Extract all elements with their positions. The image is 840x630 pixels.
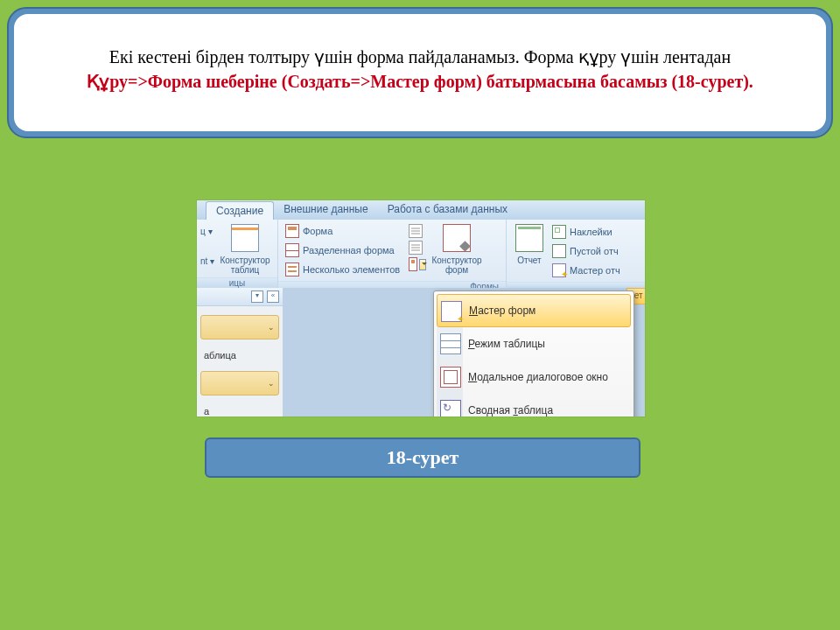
tab-create[interactable]: Создание: [206, 201, 274, 220]
form-icon: [285, 224, 299, 238]
partial-button-2[interactable]: nt ▾: [200, 256, 220, 268]
ribbon-tabs: Создание Внешние данные Работа с базами …: [197, 200, 645, 220]
split-form-button[interactable]: Разделенная форма: [282, 242, 409, 259]
menu-item-modal-dialog[interactable]: Модальное диалоговое окно: [437, 360, 631, 394]
pivot-table-icon: [440, 400, 461, 416]
nav-category-header[interactable]: ⌄: [200, 315, 279, 340]
nav-item-table1[interactable]: аблица: [200, 345, 279, 366]
group-reports-label: [507, 282, 645, 288]
multi-items-icon: [285, 262, 299, 276]
figure-caption: 18-сурет: [205, 438, 640, 478]
instruction-panel: Екі кестені бірден толтыру үшін форма па…: [7, 7, 833, 138]
group-tables-label: ицы: [197, 277, 277, 288]
report-icon: [515, 224, 543, 252]
more-forms-menu: Мастер форм Режим таблицы Модальное диал…: [433, 290, 634, 416]
form-designer-button[interactable]: Конструктор форм: [426, 222, 487, 275]
report-wizard-icon: [552, 263, 566, 277]
report-button[interactable]: Отчет: [510, 222, 549, 265]
form-button[interactable]: Форма: [282, 222, 409, 240]
nav-item-table2[interactable]: а: [200, 401, 279, 416]
form-designer-icon: [443, 224, 471, 252]
more-forms-icon[interactable]: [409, 257, 417, 271]
multiple-items-button[interactable]: Несколько элементов: [282, 261, 409, 278]
blank-report-button[interactable]: Пустой отч: [549, 242, 624, 260]
blank-form-icon[interactable]: [409, 241, 423, 255]
instruction-text: Екі кестені бірден толтыру үшін форма па…: [14, 14, 826, 131]
modal-dialog-icon: [440, 367, 461, 388]
group-forms: Форма Разделенная форма Несколько элемен…: [278, 220, 507, 288]
tab-database-tools[interactable]: Работа с базами данных: [378, 200, 517, 220]
group-reports: Отчет Наклейки Пустой отч Мастер отч: [507, 220, 645, 288]
nav-collapse-icon[interactable]: «: [267, 290, 279, 303]
more-forms-dropdown-icon[interactable]: [419, 259, 426, 270]
labels-button[interactable]: Наклейки: [549, 223, 624, 241]
nav-category-header-2[interactable]: ⌄: [200, 371, 279, 396]
menu-item-form-wizard[interactable]: Мастер форм: [437, 294, 631, 327]
ribbon-body: ц ▾ nt ▾ Конструктор таблиц ицы Форма: [197, 220, 645, 289]
menu-item-datasheet[interactable]: Режим таблицы: [437, 327, 631, 360]
instruction-line2: Құру=>Форма шеберіне (Создать=>Мастер фо…: [87, 72, 753, 91]
nav-dropdown-icon[interactable]: ▾: [251, 290, 263, 303]
instruction-line1: Екі кестені бірден толтыру үшін форма па…: [109, 47, 731, 66]
blank-report-icon: [552, 244, 566, 258]
datasheet-icon: [440, 333, 461, 354]
table-icon: [231, 224, 259, 252]
navigation-pane: ▾ « ⌄ аблица ⌄ а: [197, 288, 284, 416]
menu-item-pivot-table[interactable]: Сводная таблица: [437, 394, 631, 416]
access-ribbon-screenshot: Создание Внешние данные Работа с базами …: [197, 200, 645, 416]
table-designer-button[interactable]: Конструктор таблиц: [220, 222, 270, 275]
group-tables: ц ▾ nt ▾ Конструктор таблиц ицы: [197, 220, 278, 288]
split-form-icon: [285, 243, 299, 257]
tab-external-data[interactable]: Внешние данные: [274, 200, 378, 220]
report-wizard-button[interactable]: Мастер отч: [549, 262, 624, 279]
labels-icon: [552, 225, 566, 239]
partial-button-1[interactable]: ц ▾: [200, 226, 220, 238]
form-wizard-icon: [441, 301, 462, 322]
nav-header[interactable]: ▾ «: [197, 288, 283, 306]
pivot-chart-icon[interactable]: [409, 224, 423, 238]
